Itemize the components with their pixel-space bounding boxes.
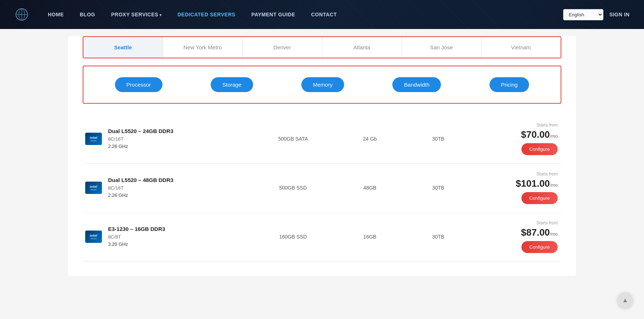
tab-denver[interactable]: Denver bbox=[243, 37, 322, 58]
navbar: HOME BLOG PROXY SERVICES DEDICATED SERVE… bbox=[0, 0, 644, 29]
price-3: $87.00/mo bbox=[472, 227, 558, 238]
nav-links: HOME BLOG PROXY SERVICES DEDICATED SERVE… bbox=[40, 12, 563, 17]
server-pricing-3: Starts from $87.00/mo Configure bbox=[472, 220, 561, 253]
tab-newyork[interactable]: New York Metro bbox=[163, 37, 243, 58]
language-select[interactable]: English Vietnamese bbox=[563, 9, 603, 20]
server-pricing-1: Starts from $70.00/mo Configure bbox=[472, 123, 561, 155]
server-info-3: E3-1230 – 16GB DDR3 8C/8T 3.20 GHz bbox=[104, 226, 250, 248]
nav-dedicated[interactable]: DEDICATED SERVERS bbox=[169, 12, 243, 17]
tab-seattle[interactable]: Seattle bbox=[83, 37, 163, 58]
logo-icon[interactable] bbox=[15, 7, 29, 22]
location-tabs: Seattle New York Metro Denver Atlanta Sa… bbox=[83, 36, 561, 58]
filter-bandwidth[interactable]: Bandwidth bbox=[392, 77, 441, 92]
server-name-2: Dual L5520 – 48GB DDR3 bbox=[108, 177, 250, 183]
configure-btn-1[interactable]: Configure bbox=[521, 143, 558, 155]
nav-proxy[interactable]: PROXY SERVICES bbox=[103, 12, 169, 17]
server-freq-2: 2.26 GHz bbox=[108, 192, 128, 198]
server-name-3: E3-1230 – 16GB DDR3 bbox=[108, 226, 250, 232]
filter-processor[interactable]: Processor bbox=[115, 77, 163, 92]
configure-btn-2[interactable]: Configure bbox=[521, 192, 558, 204]
server-row: intel Xeon Dual L5520 – 24GB DDR3 8C/16T… bbox=[83, 115, 561, 163]
server-bandwidth-1: 30TB bbox=[404, 136, 472, 142]
server-storage-3: 160GB SSD bbox=[250, 234, 335, 240]
server-icon-1: intel Xeon bbox=[83, 133, 104, 145]
server-row: intel Xeon Dual L5520 – 48GB DDR3 8C/16T… bbox=[83, 163, 561, 212]
intel-badge-3: intel Xeon bbox=[85, 231, 102, 243]
server-icon-3: intel Xeon bbox=[83, 231, 104, 243]
server-memory-1: 24 Gb bbox=[336, 136, 404, 142]
configure-btn-3[interactable]: Configure bbox=[521, 241, 558, 253]
server-bandwidth-2: 30TB bbox=[404, 185, 472, 191]
nav-payment[interactable]: PAYMENT GUIDE bbox=[243, 12, 303, 17]
intel-badge-1: intel Xeon bbox=[85, 133, 102, 145]
server-pricing-2: Starts from $101.00/mo Configure bbox=[472, 171, 561, 204]
server-memory-2: 48GB bbox=[336, 185, 404, 191]
server-cores-2: 8C/16T bbox=[108, 185, 124, 191]
filter-pricing[interactable]: Pricing bbox=[490, 77, 529, 92]
filter-memory[interactable]: Memory bbox=[301, 77, 344, 92]
server-cores-1: 8C/16T bbox=[108, 136, 124, 142]
server-freq-1: 2.26 GHz bbox=[108, 144, 128, 149]
server-name-1: Dual L5520 – 24GB DDR3 bbox=[108, 128, 250, 134]
server-storage-1: 500GB SATA bbox=[250, 136, 335, 142]
tab-sanjose[interactable]: San Jose bbox=[402, 37, 482, 58]
signin-link[interactable]: SIGN IN bbox=[609, 12, 629, 17]
price-2: $101.00/mo bbox=[472, 178, 558, 189]
main-content: Seattle New York Metro Denver Atlanta Sa… bbox=[68, 36, 576, 276]
nav-right: English Vietnamese SIGN IN bbox=[563, 9, 629, 20]
tab-vietnam[interactable]: Vietnam bbox=[482, 37, 561, 58]
server-freq-3: 3.20 GHz bbox=[108, 241, 128, 247]
server-row: intel Xeon E3-1230 – 16GB DDR3 8C/8T 3.2… bbox=[83, 212, 561, 261]
filter-storage[interactable]: Storage bbox=[211, 77, 253, 92]
nav-home[interactable]: HOME bbox=[40, 12, 72, 17]
server-icon-2: intel Xeon bbox=[83, 182, 104, 194]
server-memory-3: 16GB bbox=[336, 234, 404, 240]
intel-badge-2: intel Xeon bbox=[85, 182, 102, 194]
tab-atlanta[interactable]: Atlanta bbox=[322, 37, 402, 58]
starts-from-1: Starts from bbox=[472, 123, 558, 128]
filter-row: Processor Storage Memory Bandwidth Prici… bbox=[83, 66, 561, 104]
server-info-2: Dual L5520 – 48GB DDR3 8C/16T 2.26 GHz bbox=[104, 177, 250, 199]
server-storage-2: 500GB SSD bbox=[250, 185, 335, 191]
server-info-1: Dual L5520 – 24GB DDR3 8C/16T 2.26 GHz bbox=[104, 128, 250, 150]
nav-blog[interactable]: BLOG bbox=[72, 12, 103, 17]
server-cores-3: 8C/8T bbox=[108, 234, 121, 240]
price-1: $70.00/mo bbox=[472, 129, 558, 140]
nav-contact[interactable]: CONTACT bbox=[303, 12, 345, 17]
starts-from-2: Starts from bbox=[472, 171, 558, 177]
server-bandwidth-3: 30TB bbox=[404, 234, 472, 240]
starts-from-3: Starts from bbox=[472, 220, 558, 225]
